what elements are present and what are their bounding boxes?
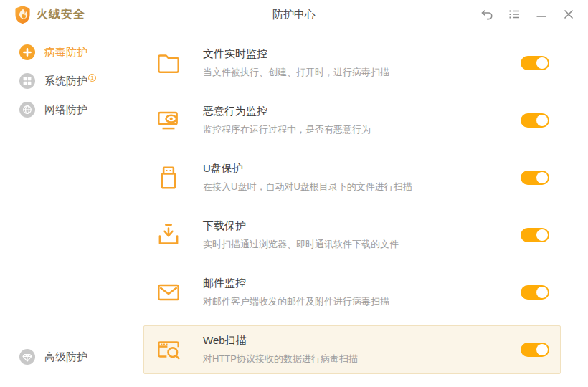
protection-row-file-monitor: 文件实时监控 当文件被执行、创建、打开时，进行病毒扫描: [143, 34, 561, 92]
advanced-protection-icon: [19, 349, 35, 365]
protection-title: 邮件监控: [203, 277, 389, 290]
toggle-knob: [536, 287, 548, 298]
toggle-knob: [536, 344, 548, 355]
protection-text: 邮件监控 对邮件客户端收发的邮件及附件进行病毒扫描: [203, 277, 389, 308]
toggle-usb[interactable]: [521, 171, 549, 185]
web-scan-icon: [155, 336, 182, 363]
sidebar-item-label: 高级防护: [44, 350, 87, 364]
toggle-web-scan[interactable]: [521, 343, 549, 357]
close-icon[interactable]: [558, 4, 579, 25]
protection-desc: 对邮件客户端收发的邮件及附件进行病毒扫描: [203, 295, 389, 308]
toggle-knob: [536, 229, 548, 241]
protection-row-web-scan[interactable]: Web扫描 对HTTP协议接收的数据进行病毒扫描: [143, 325, 561, 374]
window-controls: [476, 4, 579, 25]
protection-text: U盘保护 在接入U盘时，自动对U盘根目录下的文件进行扫描: [203, 162, 412, 194]
folder-icon: [155, 49, 182, 77]
sidebar: 病毒防护 系统防护1: [0, 29, 120, 387]
protection-desc: 当文件被执行、创建、打开时，进行病毒扫描: [203, 66, 389, 79]
minimize-icon[interactable]: [531, 4, 552, 25]
protection-row-behavior-monitor: 恶意行为监控 监控程序在运行过程中，是否有恶意行为: [143, 92, 561, 149]
app-name: 火绒安全: [37, 7, 85, 22]
virus-protection-icon: [19, 44, 35, 60]
alert-count-badge: 1: [88, 74, 96, 82]
protection-desc: 监控程序在运行过程中，是否有恶意行为: [203, 123, 371, 136]
mail-icon: [155, 279, 182, 306]
title-bar: 火绒安全 防护中心: [0, 0, 588, 29]
protection-row-download: 下载保护 实时扫描通过浏览器、即时通讯软件下载的文件: [143, 206, 561, 264]
protection-text: 文件实时监控 当文件被执行、创建、打开时，进行病毒扫描: [203, 47, 389, 79]
app-logo: 火绒安全: [14, 5, 85, 24]
protection-title: 文件实时监控: [203, 47, 389, 61]
back-icon[interactable]: [476, 4, 498, 25]
sidebar-item-label: 病毒防护: [44, 46, 87, 59]
menu-list-icon[interactable]: [503, 4, 525, 25]
monitor-eye-icon: [155, 107, 182, 134]
protection-text: Web扫描 对HTTP协议接收的数据进行病毒扫描: [203, 334, 358, 366]
network-protection-icon: [19, 102, 35, 118]
protection-text: 下载保护 实时扫描通过浏览器、即时通讯软件下载的文件: [203, 219, 399, 251]
toggle-knob: [536, 172, 548, 183]
shield-flame-logo-icon: [14, 5, 31, 24]
sidebar-item-system-protection[interactable]: 系统防护1: [0, 67, 120, 95]
toggle-knob: [536, 115, 548, 126]
toggle-knob: [536, 57, 548, 69]
protection-text: 恶意行为监控 监控程序在运行过程中，是否有恶意行为: [203, 105, 371, 136]
protection-desc: 实时扫描通过浏览器、即时通讯软件下载的文件: [203, 238, 399, 251]
sidebar-item-virus-protection[interactable]: 病毒防护: [0, 38, 120, 67]
sidebar-item-advanced-protection[interactable]: 高级防护: [0, 343, 120, 371]
protection-desc: 对HTTP协议接收的数据进行病毒扫描: [203, 353, 358, 366]
protection-list: 文件实时监控 当文件被执行、创建、打开时，进行病毒扫描 恶意行为监控 监控程序在…: [120, 29, 588, 387]
toggle-file-monitor[interactable]: [521, 56, 549, 70]
download-icon: [155, 221, 182, 249]
toggle-behavior-monitor[interactable]: [521, 113, 549, 128]
protection-title: U盘保护: [203, 162, 412, 176]
protection-title: 恶意行为监控: [203, 105, 371, 118]
sidebar-item-label: 系统防护1: [44, 74, 96, 88]
usb-drive-icon: [155, 164, 182, 191]
toggle-download[interactable]: [521, 228, 549, 242]
protection-title: 下载保护: [203, 219, 399, 233]
sidebar-item-network-protection[interactable]: 网络防护: [0, 95, 120, 124]
sidebar-item-label: 网络防护: [44, 103, 87, 117]
protection-title: Web扫描: [203, 334, 358, 348]
system-protection-icon: [19, 73, 35, 89]
protection-row-mail: 邮件监控 对邮件客户端收发的邮件及附件进行病毒扫描: [143, 264, 561, 321]
protection-row-usb: U盘保护 在接入U盘时，自动对U盘根目录下的文件进行扫描: [143, 149, 561, 206]
protection-desc: 在接入U盘时，自动对U盘根目录下的文件进行扫描: [203, 181, 412, 194]
toggle-mail[interactable]: [521, 285, 549, 300]
